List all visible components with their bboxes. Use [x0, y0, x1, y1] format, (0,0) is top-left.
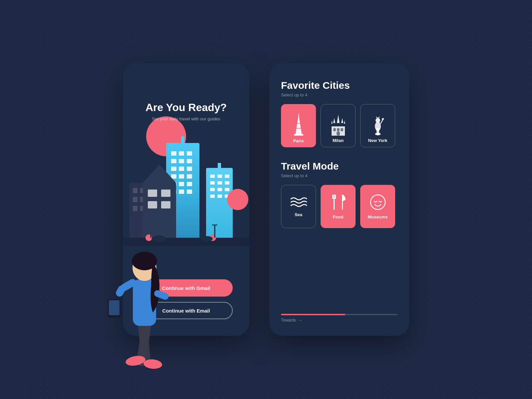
cities-section: Favorite Cities Select up to 4 Paris: [281, 80, 398, 157]
mode-card-sea[interactable]: Sea: [281, 185, 316, 228]
svg-marker-80: [341, 118, 343, 123]
svg-rect-12: [179, 151, 184, 156]
city-card-newyork[interactable]: New York: [360, 104, 395, 147]
progress-area: Towards →: [281, 314, 398, 323]
svg-rect-37: [210, 175, 215, 178]
svg-rect-21: [179, 174, 184, 179]
svg-rect-13: [187, 151, 192, 156]
svg-rect-36: [218, 163, 221, 169]
svg-rect-14: [171, 159, 176, 163]
svg-rect-20: [171, 174, 176, 179]
svg-rect-42: [225, 181, 229, 185]
svg-marker-82: [344, 120, 345, 124]
food-label: Food: [333, 214, 344, 219]
mode-card-museums[interactable]: Museums: [360, 185, 395, 228]
svg-rect-16: [187, 159, 192, 163]
milan-label: Milan: [333, 138, 344, 143]
svg-rect-46: [210, 195, 215, 198]
svg-line-94: [381, 120, 383, 124]
svg-marker-72: [295, 115, 302, 135]
woman-figure: [106, 209, 179, 382]
svg-point-102: [371, 195, 385, 209]
sea-icon: [290, 196, 307, 208]
museums-icon: [370, 194, 386, 210]
svg-rect-83: [333, 128, 336, 131]
svg-rect-19: [187, 167, 192, 171]
svg-rect-39: [225, 175, 229, 178]
travel-subtitle: Select up to 4: [281, 173, 398, 178]
city-card-paris[interactable]: Paris: [281, 104, 316, 147]
svg-rect-11: [171, 151, 176, 156]
travel-section: Travel Mode Select up to 4 Sea: [281, 161, 398, 238]
svg-rect-28: [187, 190, 192, 194]
towards-arrow-icon: →: [298, 318, 302, 323]
progress-bar-background: [281, 314, 398, 315]
svg-point-95: [382, 118, 384, 120]
travel-title: Travel Mode: [281, 161, 398, 172]
svg-marker-81: [331, 120, 333, 124]
paris-label: Paris: [293, 138, 304, 143]
svg-rect-43: [210, 188, 215, 191]
svg-rect-25: [187, 182, 192, 186]
svg-rect-24: [179, 182, 184, 186]
svg-rect-15: [179, 159, 184, 163]
svg-rect-38: [217, 175, 222, 178]
svg-rect-56: [212, 224, 217, 225]
city-card-milan[interactable]: Milan: [321, 104, 356, 147]
svg-rect-76: [294, 134, 303, 136]
left-subtitle: Set your daily travel with our guides: [123, 116, 249, 121]
svg-rect-85: [341, 128, 343, 131]
sea-label: Sea: [295, 212, 302, 217]
svg-marker-79: [333, 118, 335, 123]
svg-rect-88: [375, 133, 381, 135]
svg-rect-47: [217, 195, 222, 198]
svg-rect-31: [148, 190, 157, 197]
right-phone: Favorite Cities Select up to 4 Paris: [269, 63, 409, 336]
progress-bar-fill: [281, 314, 345, 315]
svg-rect-40: [210, 181, 215, 185]
svg-rect-45: [225, 188, 229, 191]
newyork-label: New York: [368, 138, 387, 143]
museums-label: Museums: [368, 214, 388, 219]
svg-rect-22: [187, 174, 192, 179]
svg-rect-33: [148, 201, 157, 208]
svg-rect-34: [161, 201, 170, 208]
svg-rect-86: [337, 131, 340, 136]
svg-point-58: [201, 236, 213, 241]
cities-title: Favorite Cities: [281, 80, 398, 91]
newyork-icon: [368, 113, 388, 138]
svg-rect-17: [171, 167, 176, 171]
svg-point-49: [227, 189, 248, 210]
svg-rect-10: [181, 136, 184, 144]
modes-row: Sea Food: [281, 185, 398, 228]
svg-rect-55: [214, 224, 215, 238]
milan-icon: [328, 113, 348, 138]
left-title: Are You Ready?: [123, 101, 249, 114]
paris-icon: [289, 113, 309, 138]
food-icon: [331, 194, 346, 210]
towards-label: Towards →: [281, 318, 398, 323]
svg-rect-100: [334, 199, 335, 210]
mode-card-food[interactable]: Food: [321, 185, 356, 228]
svg-rect-44: [217, 188, 222, 191]
svg-rect-69: [109, 300, 120, 315]
svg-rect-18: [179, 167, 184, 171]
svg-rect-27: [179, 190, 184, 194]
svg-rect-41: [217, 181, 222, 185]
svg-rect-5: [133, 197, 137, 202]
cities-row: Paris: [281, 104, 398, 147]
svg-rect-3: [133, 188, 137, 193]
svg-point-89: [375, 122, 381, 131]
svg-marker-78: [337, 115, 340, 123]
svg-rect-32: [161, 190, 170, 197]
svg-point-90: [376, 118, 380, 123]
cities-subtitle: Select up to 4: [281, 92, 398, 97]
svg-rect-84: [337, 128, 340, 131]
svg-rect-101: [342, 195, 343, 210]
